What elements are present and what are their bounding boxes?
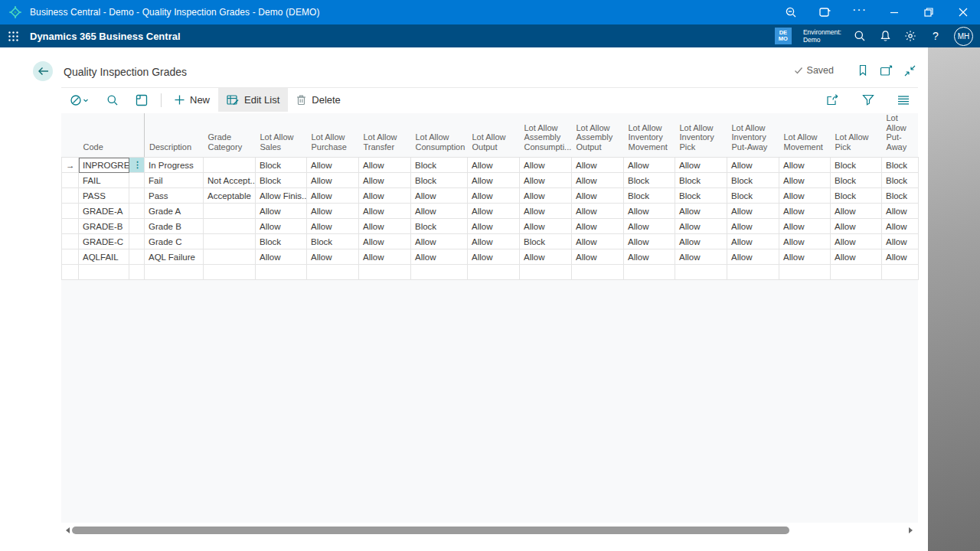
row-indicator[interactable] <box>62 249 79 265</box>
horizontal-scrollbar[interactable] <box>63 526 916 535</box>
cell-lot-allow[interactable]: Allow <box>468 249 520 265</box>
cell-code[interactable]: INPROGRE... <box>79 158 129 173</box>
close-icon[interactable] <box>946 0 980 24</box>
cell-lot-allow[interactable]: Allow <box>359 234 411 249</box>
search-list-icon[interactable] <box>98 88 127 112</box>
cell-lot-allow[interactable]: Allow <box>675 204 727 219</box>
cell-grade-category[interactable]: Not Accept... <box>204 173 256 188</box>
cell-description[interactable]: Grade B <box>145 219 204 234</box>
cell-empty[interactable] <box>520 265 572 280</box>
column-header[interactable]: Lot Allow Inventory Movement <box>624 113 675 158</box>
cell-lot-allow[interactable]: Allow Finis... <box>256 188 307 204</box>
cell-lot-allow[interactable]: Allow <box>307 188 359 204</box>
cell-description[interactable]: Fail <box>145 173 204 188</box>
cell-lot-allow[interactable]: Allow <box>624 234 675 249</box>
row-indicator[interactable] <box>62 188 79 204</box>
search-icon[interactable] <box>853 29 867 43</box>
cell-lot-allow[interactable]: Allow <box>359 173 411 188</box>
cell-lot-allow[interactable]: Allow <box>779 204 831 219</box>
notifications-bell-icon[interactable] <box>878 29 892 43</box>
cell-lot-allow[interactable]: Allow <box>411 204 468 219</box>
row-indicator[interactable] <box>62 234 79 249</box>
column-header[interactable]: Lot Allow Transfer <box>359 113 411 158</box>
cell-grade-category[interactable] <box>204 249 256 265</box>
back-button[interactable] <box>33 61 53 81</box>
row-indicator[interactable]: → <box>62 158 79 173</box>
column-header[interactable]: Lot Allow Inventory Pick <box>675 113 727 158</box>
cell-lot-allow[interactable]: Allow <box>675 158 727 173</box>
cell-lot-allow[interactable]: Allow <box>779 158 831 173</box>
open-in-new-window-icon[interactable] <box>880 65 893 77</box>
cell-lot-allow[interactable]: Allow <box>411 234 468 249</box>
cell-lot-allow[interactable]: Allow <box>624 249 675 265</box>
cell-lot-allow[interactable]: Allow <box>520 173 572 188</box>
cell-lot-allow[interactable]: Block <box>831 158 882 173</box>
pop-out-window-icon[interactable] <box>808 0 842 24</box>
cell-empty[interactable] <box>359 265 411 280</box>
cell-lot-allow[interactable]: Allow <box>779 249 831 265</box>
cell-lot-allow[interactable]: Allow <box>675 234 727 249</box>
cell-lot-allow[interactable]: Allow <box>520 158 572 173</box>
cell-lot-allow[interactable]: Allow <box>359 158 411 173</box>
edit-list-button[interactable]: Edit List <box>218 88 288 112</box>
cell-lot-allow[interactable]: Allow <box>468 204 520 219</box>
cell-lot-allow[interactable]: Allow <box>307 173 359 188</box>
cell-lot-allow[interactable]: Allow <box>675 249 727 265</box>
cell-lot-allow[interactable]: Block <box>624 173 675 188</box>
cell-empty[interactable] <box>307 265 359 280</box>
cell-lot-allow[interactable]: Allow <box>307 249 359 265</box>
cell-lot-allow[interactable]: Allow <box>572 234 624 249</box>
cell-lot-allow[interactable]: Allow <box>520 188 572 204</box>
cell-code[interactable]: GRADE-A <box>79 204 129 219</box>
cell-lot-allow[interactable]: Allow <box>256 219 307 234</box>
cell-lot-allow[interactable]: Allow <box>307 158 359 173</box>
cell-lot-allow[interactable]: Allow <box>572 219 624 234</box>
cell-empty[interactable] <box>779 265 831 280</box>
cell-code[interactable]: PASS <box>79 188 129 204</box>
cell-lot-allow[interactable]: Allow <box>256 204 307 219</box>
more-options-icon[interactable]: ··· <box>842 0 877 24</box>
scroll-right-arrow-icon[interactable] <box>909 527 916 533</box>
column-header[interactable]: Lot Allow Assembly Consumpti... <box>520 113 572 158</box>
cell-lot-allow[interactable]: Block <box>675 173 727 188</box>
cell-lot-allow[interactable]: Block <box>624 188 675 204</box>
cell-lot-allow[interactable]: Block <box>307 234 359 249</box>
cell-lot-allow[interactable]: Allow <box>727 234 779 249</box>
cell-lot-allow[interactable]: Allow <box>256 249 307 265</box>
cell-lot-allow[interactable]: Allow <box>727 219 779 234</box>
cell-lot-allow[interactable]: Allow <box>411 249 468 265</box>
row-options-button[interactable] <box>129 219 145 234</box>
cell-empty[interactable] <box>204 265 256 280</box>
column-header[interactable]: Lot Allow Pick <box>831 113 882 158</box>
cell-lot-allow[interactable]: Block <box>411 219 468 234</box>
cell-lot-allow[interactable]: Allow <box>468 188 520 204</box>
cell-empty[interactable] <box>62 265 79 280</box>
column-header[interactable]: Lot Allow Output <box>468 113 520 158</box>
cell-code[interactable]: AQLFAIL <box>79 249 129 265</box>
cell-lot-allow[interactable]: Allow <box>572 204 624 219</box>
cell-lot-allow[interactable]: Allow <box>831 204 882 219</box>
cell-lot-allow[interactable]: Block <box>520 234 572 249</box>
app-title[interactable]: Dynamics 365 Business Central <box>30 31 181 42</box>
cell-empty[interactable] <box>145 265 204 280</box>
row-options-button[interactable]: ⋮ <box>129 158 145 173</box>
cell-lot-allow[interactable]: Allow <box>882 219 919 234</box>
cell-lot-allow[interactable]: Block <box>727 173 779 188</box>
bookmark-icon[interactable] <box>858 64 868 77</box>
cell-description[interactable]: Pass <box>145 188 204 204</box>
cell-lot-allow[interactable]: Allow <box>468 219 520 234</box>
app-launcher-icon[interactable] <box>8 31 19 42</box>
cell-grade-category[interactable] <box>204 234 256 249</box>
cell-lot-allow[interactable]: Allow <box>779 173 831 188</box>
cell-lot-allow[interactable]: Allow <box>468 158 520 173</box>
cell-empty[interactable] <box>256 265 307 280</box>
user-avatar[interactable]: MH <box>954 27 973 46</box>
cell-lot-allow[interactable]: Allow <box>779 234 831 249</box>
cell-lot-allow[interactable]: Allow <box>572 173 624 188</box>
new-button[interactable]: New <box>166 88 218 112</box>
cell-lot-allow[interactable]: Block <box>831 188 882 204</box>
cell-lot-allow[interactable]: Allow <box>624 204 675 219</box>
zoom-out-icon[interactable] <box>773 0 808 24</box>
scroll-left-arrow-icon[interactable] <box>63 527 70 533</box>
related-menu-icon[interactable] <box>61 88 98 112</box>
